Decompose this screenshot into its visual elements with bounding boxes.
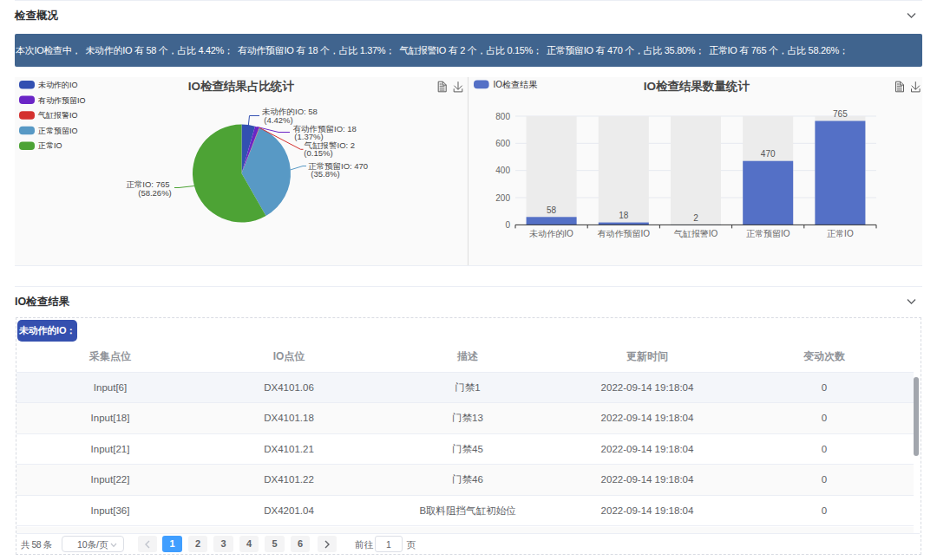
svg-text:0: 0 — [505, 220, 510, 230]
svg-text:有动作预留IO: 有动作预留IO — [37, 96, 86, 105]
svg-text:(4.42%): (4.42%) — [264, 115, 292, 125]
svg-text:470: 470 — [761, 149, 776, 159]
svg-text:气缸报警IO: 气缸报警IO — [37, 111, 78, 120]
svg-text:正常IO: 正常IO — [37, 141, 62, 150]
svg-text:未动作的IO: 未动作的IO — [38, 81, 78, 89]
svg-text:400: 400 — [495, 166, 510, 175]
svg-text:正常预留IO: 正常预留IO — [746, 229, 790, 238]
svg-text:(58.26%): (58.26%) — [138, 188, 172, 198]
svg-text:(0.15%): (0.15%) — [304, 148, 332, 158]
svg-text:600: 600 — [495, 139, 510, 148]
svg-text:有动作预留IO: 有动作预留IO — [598, 229, 651, 238]
svg-text:IO检查结果: IO检查结果 — [494, 80, 539, 89]
svg-text:IO检查结果数量统计: IO检查结果数量统计 — [644, 80, 750, 93]
svg-text:未动作的IO: 未动作的IO — [528, 229, 573, 238]
svg-text:765: 765 — [833, 109, 848, 119]
svg-text:58: 58 — [547, 205, 557, 215]
svg-text:2: 2 — [693, 213, 698, 223]
svg-text:正常预留IO: 正常预留IO — [37, 127, 78, 135]
svg-text:IO检查结果占比统计: IO检查结果占比统计 — [188, 80, 295, 93]
svg-text:200: 200 — [495, 193, 510, 203]
svg-text:(35.8%): (35.8%) — [311, 169, 339, 179]
svg-text:气缸报警IO: 气缸报警IO — [674, 229, 718, 238]
svg-text:800: 800 — [495, 112, 510, 121]
svg-text:正常IO: 正常IO — [827, 229, 854, 238]
svg-text:18: 18 — [619, 211, 629, 220]
